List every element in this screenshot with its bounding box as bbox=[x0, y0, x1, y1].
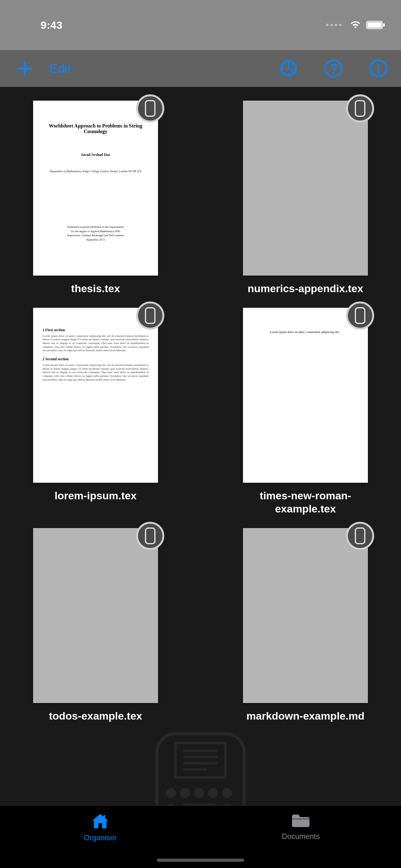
doc-name: numerics-appendix.tex bbox=[248, 282, 363, 295]
add-button[interactable] bbox=[15, 59, 34, 78]
battery-icon bbox=[366, 21, 386, 29]
svg-rect-9 bbox=[145, 101, 155, 116]
nav-bar: Edit bbox=[0, 50, 401, 87]
info-button[interactable] bbox=[369, 58, 389, 79]
device-badge-icon bbox=[346, 522, 374, 550]
doc-name: lorem-ipsum.tex bbox=[55, 489, 137, 502]
svg-point-21 bbox=[180, 788, 190, 798]
doc-thumbnail: 1 First section Lorem ipsum dolor sit am… bbox=[33, 308, 158, 483]
svg-rect-10 bbox=[356, 101, 365, 116]
doc-name: times-new-roman-example.tex bbox=[237, 489, 374, 516]
doc-thumbnail bbox=[243, 528, 368, 703]
status-bar: 9:43 bbox=[0, 0, 401, 50]
doc-item-numerics-appendix[interactable]: numerics-appendix.tex bbox=[243, 101, 368, 295]
svg-rect-13 bbox=[145, 528, 155, 544]
thesis-dept: Department of Mathematics, King's Colleg… bbox=[41, 170, 150, 173]
svg-point-8 bbox=[377, 64, 380, 66]
home-indicator bbox=[157, 859, 244, 862]
svg-rect-29 bbox=[292, 818, 309, 819]
edit-button[interactable]: Edit bbox=[49, 62, 71, 75]
svg-point-22 bbox=[194, 788, 204, 798]
device-badge-icon bbox=[346, 302, 374, 330]
home-icon bbox=[91, 813, 110, 831]
device-badge-icon bbox=[136, 302, 164, 330]
svg-rect-28 bbox=[103, 815, 105, 819]
svg-rect-12 bbox=[356, 308, 365, 323]
folder-icon bbox=[291, 813, 311, 830]
doc-item-thesis[interactable]: Worldsheet Approach to Problems in Strin… bbox=[33, 101, 158, 295]
tab-label: Organiser bbox=[84, 833, 116, 842]
device-badge-icon bbox=[136, 94, 164, 122]
doc-thumbnail: Worldsheet Approach to Problems in Strin… bbox=[33, 101, 158, 276]
doc-name: markdown-example.md bbox=[246, 709, 364, 723]
doc-item-times-new-roman[interactable]: Lorem ipsum dolor sit amet, consectetur … bbox=[237, 308, 374, 516]
doc-item-markdown-example[interactable]: markdown-example.md bbox=[243, 528, 368, 723]
svg-point-20 bbox=[166, 788, 176, 798]
doc-thumbnail bbox=[33, 528, 158, 703]
svg-rect-1 bbox=[367, 22, 381, 28]
device-badge-icon bbox=[136, 522, 164, 550]
help-button[interactable] bbox=[324, 58, 343, 79]
svg-rect-11 bbox=[145, 308, 155, 323]
tab-label: Documents bbox=[282, 832, 320, 841]
svg-point-6 bbox=[333, 72, 334, 74]
status-time: 9:43 bbox=[41, 19, 63, 31]
svg-rect-14 bbox=[356, 528, 365, 544]
svg-point-5 bbox=[326, 60, 342, 76]
documents-grid: Worldsheet Approach to Problems in Strin… bbox=[0, 87, 401, 806]
svg-rect-2 bbox=[383, 24, 385, 27]
doc-name: todos-example.tex bbox=[49, 709, 142, 723]
doc-name: thesis.tex bbox=[71, 282, 120, 295]
thesis-title: Worldsheet Approach to Problems in Strin… bbox=[41, 123, 150, 134]
device-badge-icon bbox=[346, 94, 374, 122]
doc-thumbnail: Lorem ipsum dolor sit amet, consectetur … bbox=[243, 308, 368, 483]
doc-thumbnail bbox=[243, 101, 368, 276]
tab-bar: Organiser Documents bbox=[0, 806, 401, 868]
svg-point-23 bbox=[208, 788, 218, 798]
thesis-author: Javad Arshad Dar bbox=[41, 153, 150, 157]
wifi-icon bbox=[349, 20, 362, 30]
doc-item-todos-example[interactable]: todos-example.tex bbox=[33, 528, 158, 723]
status-right bbox=[326, 20, 386, 30]
svg-point-24 bbox=[222, 788, 232, 798]
cell-signal-dots bbox=[326, 24, 342, 26]
settings-button[interactable] bbox=[278, 58, 299, 79]
doc-item-lorem-ipsum[interactable]: 1 First section Lorem ipsum dolor sit am… bbox=[33, 308, 158, 516]
